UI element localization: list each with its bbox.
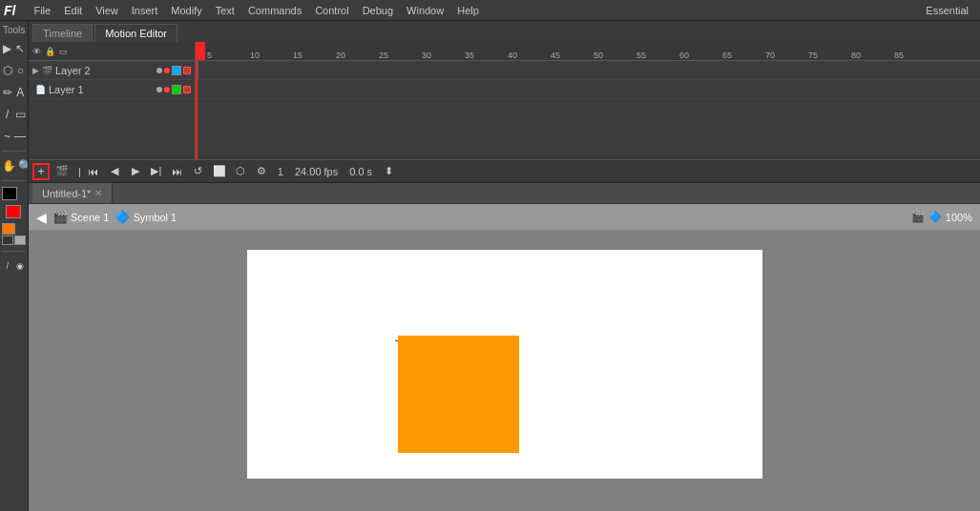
- right-area: Timeline Motion Editor 👁 🔒 ▭ ▶ 🎬: [29, 21, 980, 511]
- go-to-last-btn[interactable]: ⏭: [169, 163, 186, 180]
- controls-separator: |: [78, 166, 81, 177]
- zoom-tool[interactable]: 🔍: [18, 155, 29, 176]
- ruler-mark-75: 75: [808, 51, 851, 60]
- symbol-1-breadcrumb[interactable]: 🔷 Symbol 1: [115, 210, 177, 224]
- dark-swatch[interactable]: [2, 235, 13, 245]
- add-layer-btn[interactable]: 🎬: [53, 163, 71, 180]
- menu-debug[interactable]: Debug: [356, 3, 400, 18]
- zoom-controls: 🎬 🔷 100%: [911, 211, 972, 223]
- layer2-visibility-dot[interactable]: [156, 68, 162, 73]
- frame-number: 1: [274, 166, 287, 177]
- magnet-tool[interactable]: ◉: [15, 256, 27, 276]
- step-forward-btn[interactable]: ▶|: [148, 163, 165, 180]
- lock-icon: 🔒: [45, 47, 55, 56]
- layer-row-2[interactable]: ▶ 🎬 Layer 2: [29, 61, 195, 80]
- line-tool[interactable]: /: [2, 104, 13, 125]
- menu-text[interactable]: Text: [209, 3, 241, 18]
- ruler-mark-10: 10: [250, 51, 293, 60]
- main-layout: Tools ▶ ↖ ⬡ ○ ✏ A / ▭ ~ — ✋ 🔍: [0, 21, 980, 511]
- layer2-controls: [156, 66, 191, 75]
- orange-swatch[interactable]: [2, 223, 15, 235]
- tab-timeline[interactable]: Timeline: [32, 24, 93, 42]
- playhead-marker-top: [196, 42, 205, 60]
- symbol-1-label: Symbol 1: [133, 212, 177, 223]
- layers-panel: 👁 🔒 ▭ ▶ 🎬 Layer 2: [29, 42, 196, 159]
- workspace-label: Essential: [926, 5, 976, 16]
- scene-1-breadcrumb[interactable]: 🎬 Scene 1: [52, 210, 109, 224]
- canvas-surface: +: [247, 250, 762, 479]
- frame-row-layer2[interactable]: [196, 61, 980, 80]
- layer1-keyframe-dot[interactable]: [164, 87, 170, 92]
- layer2-color[interactable]: [172, 66, 181, 75]
- layer2-fill-box: [183, 67, 191, 74]
- playhead-line[interactable]: [196, 61, 198, 159]
- fill-color[interactable]: [6, 205, 21, 218]
- shape-tool[interactable]: ○: [15, 60, 27, 81]
- layer1-controls: [156, 85, 191, 94]
- frame-row-layer1[interactable]: [196, 80, 980, 99]
- layer1-visibility-dot[interactable]: [156, 87, 162, 92]
- tool-separator-1: [2, 151, 26, 152]
- layer1-icon: 📄: [35, 85, 46, 94]
- layer2-expand-icon: ▶: [32, 66, 39, 75]
- menu-control[interactable]: Control: [308, 3, 355, 18]
- tools-label: Tools: [2, 23, 26, 37]
- menu-file[interactable]: File: [27, 3, 57, 18]
- doc-tab-close-btn[interactable]: ✕: [94, 188, 102, 198]
- canvas-area[interactable]: +: [29, 231, 980, 511]
- doc-tab[interactable]: Untitled-1* ✕: [32, 183, 113, 203]
- ruler-mark-15: 15: [293, 51, 336, 60]
- pencil-tool[interactable]: ✏: [2, 82, 13, 103]
- play-btn[interactable]: ▶: [127, 163, 144, 180]
- onion-skin-btn[interactable]: ⬜: [211, 163, 228, 180]
- tab-motion-editor[interactable]: Motion Editor: [94, 24, 177, 42]
- layer1-color[interactable]: [172, 85, 181, 94]
- loop-btn[interactable]: ↺: [190, 163, 207, 180]
- scene-1-label: Scene 1: [71, 212, 109, 223]
- layer-row-1[interactable]: 📄 Layer 1: [29, 80, 195, 99]
- zoom-icon-left: 🎬: [911, 211, 925, 223]
- scene-back-btn[interactable]: ◀: [36, 210, 47, 225]
- ruler-mark-60: 60: [679, 51, 722, 60]
- layer1-fill-box: [183, 86, 191, 93]
- tool-separator-3: [2, 251, 26, 252]
- menu-commands[interactable]: Commands: [241, 3, 308, 18]
- extra-color-swatches: [2, 221, 26, 247]
- zoom-icon-right: 🔷: [928, 211, 942, 223]
- ruler-marks: 5 10 15 20 25 30 35 40 45 50 55 60: [198, 42, 937, 60]
- timeline-area: Timeline Motion Editor 👁 🔒 ▭ ▶ 🎬: [29, 21, 980, 183]
- time-display: 0.0 s: [345, 166, 376, 177]
- go-to-first-btn[interactable]: ⏮: [85, 163, 102, 180]
- gray-swatch[interactable]: [14, 235, 26, 245]
- timeline-resize-btn[interactable]: ⬍: [380, 163, 397, 180]
- snap-tool[interactable]: /: [2, 256, 13, 276]
- new-layer-btn[interactable]: +: [32, 163, 50, 180]
- eraser-tool[interactable]: —: [14, 126, 26, 147]
- rect-tool[interactable]: ▭: [15, 104, 27, 125]
- zoom-value: 100%: [946, 212, 972, 223]
- menu-window[interactable]: Window: [400, 3, 450, 18]
- lasso-tool[interactable]: ⬡: [2, 60, 13, 81]
- orange-rectangle[interactable]: [398, 336, 519, 453]
- menu-view[interactable]: View: [89, 3, 125, 18]
- hand-tool[interactable]: ✋: [2, 155, 16, 176]
- text-tool[interactable]: A: [15, 82, 27, 103]
- ruler-mark-5: 5: [207, 51, 250, 60]
- onion-outlines-btn[interactable]: ⬡: [232, 163, 249, 180]
- selection-tool[interactable]: ▶: [2, 38, 13, 59]
- color-swatches: [2, 185, 26, 220]
- ruler-mark-65: 65: [722, 51, 765, 60]
- onion-settings-btn[interactable]: ⚙: [253, 163, 270, 180]
- stroke-color[interactable]: [2, 187, 17, 200]
- layer2-keyframe-dot[interactable]: [164, 68, 170, 73]
- menu-modify[interactable]: Modify: [164, 3, 208, 18]
- ruler-mark-80: 80: [851, 51, 894, 60]
- menu-help[interactable]: Help: [450, 3, 486, 18]
- subselection-tool[interactable]: ↖: [15, 38, 27, 59]
- menu-edit[interactable]: Edit: [57, 3, 89, 18]
- brush-tool[interactable]: ~: [2, 126, 12, 147]
- menu-insert[interactable]: Insert: [125, 3, 165, 18]
- layers-header: 👁 🔒 ▭: [29, 42, 195, 61]
- step-back-btn[interactable]: ◀: [106, 163, 123, 180]
- layer2-icon: 🎬: [42, 66, 52, 75]
